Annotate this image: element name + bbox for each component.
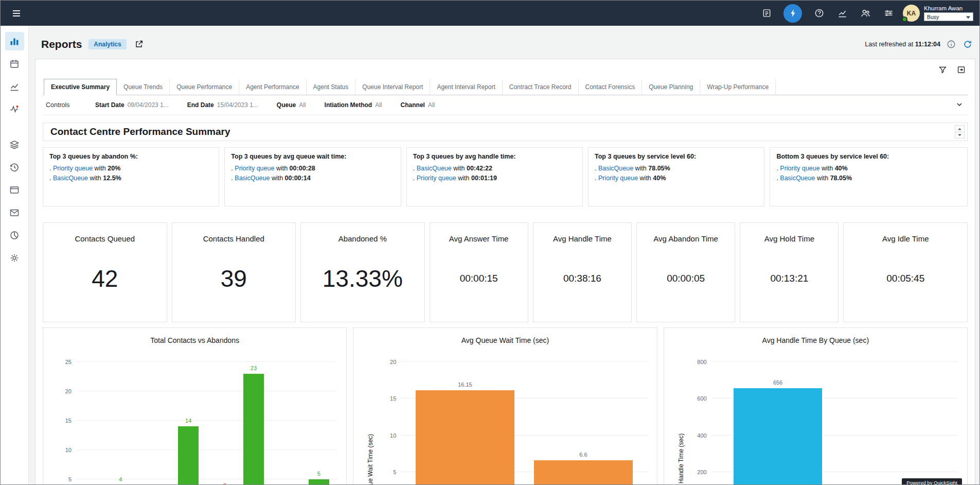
sidebar-item-mail[interactable] (5, 203, 24, 222)
gridline (711, 361, 958, 362)
notes-icon[interactable] (760, 7, 773, 20)
gridline (401, 361, 647, 362)
kpi-label: Avg Handle Time (553, 234, 612, 243)
filter-channel[interactable]: ChannelAll (401, 101, 435, 109)
spinner-up-icon[interactable] (955, 126, 964, 132)
avatar[interactable]: KA (903, 5, 920, 22)
kpi-value: 39 (221, 243, 247, 322)
controls-row: Controls Start Date09/04/2023 1...End Da… (43, 95, 968, 115)
sidebar-item-window[interactable] (5, 181, 24, 199)
y-tick-label: 5 (393, 469, 396, 475)
filter-icon[interactable] (938, 65, 947, 75)
tab-queue-planning[interactable]: Queue Planning (642, 79, 700, 95)
bar-avg-queue-wait-time[interactable] (416, 390, 514, 485)
filter-start-date[interactable]: Start Date09/04/2023 1... (95, 101, 169, 109)
queue-link[interactable]: Priority queue (598, 175, 638, 182)
y-tick-label: 15 (65, 418, 72, 424)
tab-agent-performance[interactable]: Agent Performance (239, 79, 306, 95)
gridline (76, 449, 337, 450)
tab-wrap-up-performance[interactable]: Wrap-Up Performance (700, 79, 776, 95)
external-link-icon[interactable] (133, 39, 145, 50)
sidebar-item-line-chart[interactable] (5, 77, 24, 96)
line-chart-icon[interactable] (836, 7, 848, 20)
kpi-value: 00:05:45 (886, 243, 924, 322)
bar-contacts[interactable] (309, 479, 330, 485)
avatar-initials: KA (907, 10, 916, 17)
sheet-spinner (955, 125, 965, 138)
status-select[interactable]: Busy (924, 12, 973, 21)
summary-card-item: . BasicQueue with 00:00:14 (231, 174, 394, 183)
sidebar-item-layers[interactable] (5, 135, 24, 154)
maximize-icon[interactable] (956, 65, 966, 75)
bullet: . (595, 175, 598, 182)
sidebar-item-donut-chart[interactable] (5, 226, 24, 245)
filter-queue[interactable]: QueueAll (277, 101, 306, 109)
tab-queue-performance[interactable]: Queue Performance (170, 79, 239, 95)
info-icon[interactable] (946, 39, 957, 50)
bar-avg-handle-time[interactable] (734, 388, 823, 485)
kpi-label: Avg Answer Time (449, 234, 509, 243)
kpi-card-contacts-queued: Contacts Queued42 (43, 222, 167, 322)
user-name: Khurram Awan (924, 5, 973, 11)
queue-link[interactable]: BasicQueue (598, 165, 633, 172)
summary-card-bottom-3-queues-by-service-level-60: Bottom 3 queues by service level 60:. Pr… (770, 147, 968, 206)
sidebar-item-history[interactable] (5, 158, 24, 177)
tab-contact-forensics[interactable]: Contact Forensics (579, 79, 643, 95)
summary-heading: Contact Centre Performance Summary (50, 126, 230, 137)
kpi-value: 42 (92, 243, 118, 322)
metric-value: 40% (835, 165, 848, 172)
metric-value: 78.05% (648, 165, 670, 172)
kpi-card-avg-hold-time: Avg Hold Time00:13:21 (740, 222, 839, 322)
tab-queue-interval-report[interactable]: Queue Interval Report (355, 79, 430, 95)
queue-link[interactable]: Priority queue (417, 175, 456, 182)
tab-bar: Executive SummaryQueue TrendsQueue Perfo… (43, 79, 968, 95)
queue-link[interactable]: Priority queue (235, 165, 274, 172)
queue-link[interactable]: BasicQueue (235, 175, 270, 182)
sidebar-item-pulse[interactable] (5, 100, 24, 118)
summary-card-item: . Priority queue with 00:00:28 (231, 164, 394, 174)
y-tick-label: 10 (65, 447, 72, 453)
controls-collapse-icon[interactable] (954, 100, 965, 110)
bullet: . (49, 165, 53, 172)
y-tick-label: 800 (697, 359, 706, 365)
sidebar-item-bar-chart[interactable] (5, 32, 24, 50)
queue-link[interactable]: Priority queue (780, 165, 819, 172)
kpi-label: Contacts Handled (203, 234, 264, 243)
sliders-icon[interactable] (882, 7, 895, 20)
spinner-down-icon[interactable] (955, 132, 964, 138)
queue-link[interactable]: BasicQueue (53, 175, 88, 182)
filter-label: Channel (401, 101, 425, 109)
help-icon[interactable] (813, 7, 825, 20)
bar-contacts[interactable] (178, 426, 199, 485)
queue-link[interactable]: Priority queue (53, 165, 93, 172)
bar-avg-queue-wait-time[interactable] (534, 460, 633, 485)
queue-link[interactable]: BasicQueue (417, 165, 452, 172)
users-icon[interactable] (859, 7, 871, 20)
header-right: Last refreshed at 11:12:04 (865, 39, 973, 50)
tab-executive-summary[interactable]: Executive Summary (44, 79, 117, 95)
summary-card-item: . BasicQueue with 78.05% (595, 164, 758, 174)
filter-end-date[interactable]: End Date15/04/2023 1... (187, 101, 258, 109)
kpi-card-contacts-handled: Contacts Handled39 (172, 222, 296, 322)
summary-card-top-3-queues-by-avg-handle-time: Top 3 queues by avg handle time:. BasicQ… (406, 147, 583, 206)
kpi-label: Abandoned % (338, 234, 387, 243)
y-axis-label: Avg Queue Wait Time (sec) (367, 434, 374, 485)
sheet: Contact Centre Performance Summary Top 3… (43, 115, 968, 485)
filter-intiation-method[interactable]: Intiation MethodAll (325, 101, 382, 109)
tab-agent-status[interactable]: Agent Status (307, 79, 356, 95)
menu-icon[interactable] (8, 5, 25, 22)
sidebar-item-gear[interactable] (5, 249, 24, 267)
flash-icon[interactable] (783, 4, 802, 23)
queue-link[interactable]: BasicQueue (780, 175, 815, 182)
chart-avg-queue-wait-time-sec: Avg Queue Wait Time (sec)Avg Queue Wait … (353, 327, 657, 485)
bar-contacts[interactable] (243, 374, 264, 485)
bar-value-label: 23 (251, 365, 257, 371)
refresh-icon[interactable] (962, 39, 973, 50)
metric-value: 00:00:14 (285, 175, 311, 182)
sidebar-item-calendar[interactable] (5, 55, 24, 73)
tab-contract-trace-record[interactable]: Contract Trace Record (503, 79, 579, 95)
tab-agent-interval-report[interactable]: Agent Interval Report (430, 79, 502, 95)
tab-queue-trends[interactable]: Queue Trends (117, 79, 170, 95)
metric-value: 12.5% (103, 175, 121, 182)
summary-card-top-3-queues-by-service-level-60: Top 3 queues by service level 60:. Basic… (588, 147, 764, 206)
